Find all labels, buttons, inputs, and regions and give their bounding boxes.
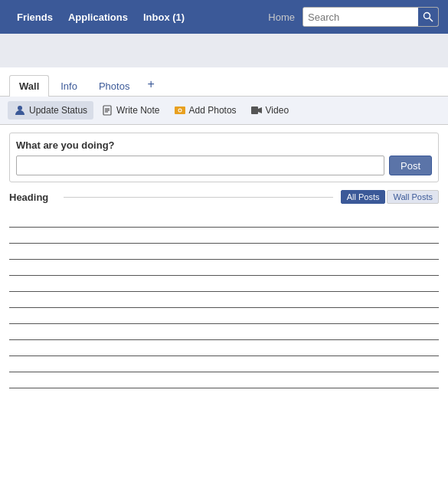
feed-line [9,227,439,228]
update-status-label: Update Status [29,105,87,116]
status-text-input[interactable] [16,156,384,175]
tabs-bar: Wall Info Photos + [0,67,448,97]
status-box: What are you doing? Post [9,133,439,182]
video-label: Video [266,105,289,116]
svg-marker-11 [258,107,262,113]
status-input-row: Post [16,156,432,175]
search-button[interactable] [418,7,438,27]
feed-line [9,259,439,260]
navbar: Friends Applications Inbox (1) Home [0,0,448,34]
svg-point-0 [424,13,430,19]
note-icon [101,104,113,116]
tab-add-button[interactable]: + [141,73,160,96]
status-question: What are you doing? [16,139,432,151]
video-button[interactable]: Video [244,101,295,120]
feed-line [9,372,439,372]
svg-rect-10 [251,106,258,114]
svg-point-9 [178,110,181,112]
feed-line [9,275,439,276]
feed-filter-buttons: All Posts Wall Posts [341,190,439,204]
inbox-nav-link[interactable]: Inbox (1) [136,11,192,23]
feed-heading-row: Heading All Posts Wall Posts [9,190,439,204]
feed-line [9,243,439,244]
feed-line [9,388,439,388]
home-nav-link[interactable]: Home [268,11,295,23]
search-bar [302,7,439,27]
write-note-button[interactable]: Write Note [95,101,165,120]
feed-line [9,323,439,324]
feed-lines [0,207,448,408]
tab-photos[interactable]: Photos [89,75,139,97]
action-bar: Update Status Write Note Add Photos [0,97,448,125]
write-note-label: Write Note [116,105,159,116]
all-posts-filter-button[interactable]: All Posts [341,190,386,204]
cover-area [0,34,448,67]
search-icon [423,11,433,22]
feed-divider [64,197,332,198]
search-input[interactable] [303,8,418,26]
feed-line [9,307,439,308]
svg-line-1 [430,18,433,22]
tab-wall[interactable]: Wall [9,75,49,97]
photo-icon [174,104,186,116]
wall-posts-filter-button[interactable]: Wall Posts [387,190,439,204]
tab-info[interactable]: Info [51,75,87,97]
feed-line [9,355,439,356]
feed-line [9,339,439,340]
post-button[interactable]: Post [389,156,432,175]
update-status-button[interactable]: Update Status [8,101,93,120]
add-photos-button[interactable]: Add Photos [168,101,243,120]
friends-nav-link[interactable]: Friends [9,11,60,23]
add-photos-label: Add Photos [189,105,237,116]
feed-heading: Heading [9,192,48,203]
video-icon [250,104,263,116]
feed-line [9,291,439,292]
svg-point-2 [18,106,22,110]
person-icon [14,104,26,116]
applications-nav-link[interactable]: Applications [60,11,136,23]
